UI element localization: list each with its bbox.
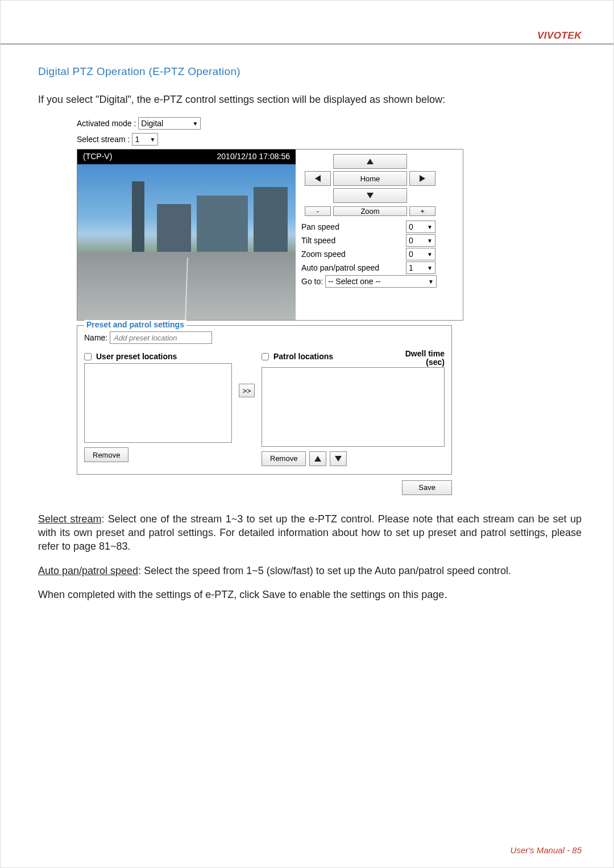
right-button[interactable] (409, 171, 435, 186)
svg-marker-5 (335, 456, 342, 462)
name-label: Name: (84, 333, 107, 342)
user-preset-checkbox[interactable] (84, 353, 92, 360)
user-preset-listbox[interactable] (84, 363, 232, 443)
patrol-listbox[interactable] (262, 367, 445, 447)
chevron-down-icon: ▼ (427, 238, 433, 244)
svg-marker-4 (314, 456, 321, 462)
auto-speed-select[interactable]: 1 ▼ (406, 261, 435, 274)
zoom-speed-value: 0 (409, 250, 413, 259)
triangle-up-icon (367, 159, 374, 164)
triangle-up-icon (314, 456, 321, 462)
remove-user-preset-button[interactable]: Remove (84, 447, 128, 462)
brand-text: VIVOTEK (537, 30, 582, 41)
patrol-move-down-button[interactable] (330, 451, 347, 466)
paragraph-select-stream: Select stream: Select one of the stream … (38, 512, 582, 554)
user-preset-header: User preset locations (96, 352, 177, 361)
triangle-left-icon (315, 175, 321, 182)
pan-speed-label: Pan speed (301, 222, 339, 231)
save-button[interactable]: Save (402, 480, 452, 495)
dwell-time-label1: Dwell time (405, 350, 445, 358)
video-title: (TCP-V) (83, 152, 112, 161)
select-stream-value: 1 (135, 135, 139, 144)
patrol-move-up-button[interactable] (309, 451, 326, 466)
zoom-out-button[interactable]: - (305, 206, 331, 216)
intro-text: If you select "Digital", the e-PTZ contr… (38, 94, 582, 106)
chevron-down-icon: ▼ (192, 121, 198, 127)
auto-speed-value: 1 (409, 263, 413, 272)
paragraph-auto-speed: Auto pan/patrol speed: Select the speed … (38, 564, 582, 578)
auto-speed-label: Auto pan/patrol speed (301, 263, 379, 272)
tilt-speed-select[interactable]: 0 ▼ (406, 234, 435, 247)
select-stream-select[interactable]: 1 ▼ (132, 133, 158, 146)
activated-mode-value: Digital (141, 119, 163, 128)
move-right-button[interactable]: >> (239, 384, 255, 397)
preset-patrol-fieldset: Preset and patrol settings Name: User pr… (77, 325, 452, 475)
pan-speed-value: 0 (409, 222, 413, 231)
paragraph-completed: When completed with the settings of e-PT… (38, 588, 582, 601)
svg-marker-2 (420, 175, 425, 182)
chevron-down-icon: ▼ (427, 251, 433, 258)
auto-speed-underline: Auto pan/patrol speed (38, 565, 138, 576)
preset-name-input[interactable] (110, 331, 212, 344)
triangle-down-icon (335, 456, 342, 462)
goto-label: Go to: (301, 277, 323, 286)
home-button[interactable]: Home (333, 171, 407, 186)
video-preview: (TCP-V) 2010/12/10 17:08:56 (77, 149, 296, 320)
tilt-speed-value: 0 (409, 236, 413, 245)
down-button[interactable] (333, 188, 407, 203)
video-timestamp: 2010/12/10 17:08:56 (217, 152, 290, 161)
left-button[interactable] (305, 171, 331, 186)
activated-mode-select[interactable]: Digital ▼ (138, 117, 201, 130)
select-stream-rest: : Select one of the stream 1~3 to set up… (38, 513, 582, 553)
svg-marker-1 (315, 175, 321, 182)
up-button[interactable] (333, 154, 407, 169)
activated-mode-label: Activated mode : (77, 119, 136, 128)
fieldset-legend: Preset and patrol settings (84, 320, 186, 329)
patrol-header: Patrol locations (273, 352, 333, 361)
zoom-in-button[interactable]: + (409, 206, 435, 216)
zoom-speed-select[interactable]: 0 ▼ (406, 248, 435, 260)
dwell-time-label2: (sec) (405, 358, 445, 367)
auto-speed-rest: : Select the speed from 1~5 (slow/fast) … (138, 565, 511, 576)
zoom-label: Zoom (333, 206, 407, 216)
chevron-down-icon: ▼ (428, 279, 434, 285)
chevron-down-icon: ▼ (427, 265, 433, 271)
zoom-speed-label: Zoom speed (301, 250, 346, 259)
svg-marker-3 (367, 193, 374, 198)
svg-marker-0 (367, 159, 374, 164)
goto-value: -- Select one -- (328, 277, 381, 286)
pan-speed-select[interactable]: 0 ▼ (406, 221, 435, 233)
chevron-down-icon: ▼ (150, 136, 155, 143)
tilt-speed-label: Tilt speed (301, 236, 335, 245)
triangle-down-icon (367, 193, 374, 198)
patrol-checkbox[interactable] (262, 353, 269, 360)
triangle-right-icon (420, 175, 425, 182)
section-title: Digital PTZ Operation (E-PTZ Operation) (38, 65, 582, 78)
select-stream-label: Select stream : (77, 135, 130, 144)
goto-select[interactable]: -- Select one -- ▼ (325, 275, 437, 288)
chevron-down-icon: ▼ (427, 224, 433, 230)
remove-patrol-button[interactable]: Remove (262, 451, 306, 466)
select-stream-underline: Select stream (38, 513, 101, 525)
footer-text: User's Manual - 85 (511, 845, 582, 855)
